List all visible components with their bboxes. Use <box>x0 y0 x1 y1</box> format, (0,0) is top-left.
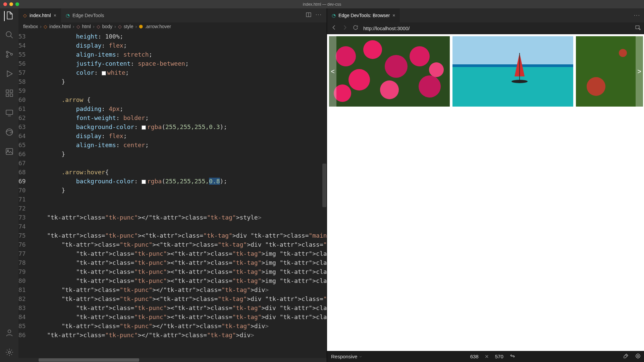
svg-rect-8 <box>6 110 13 114</box>
svg-point-1 <box>6 51 8 53</box>
scrollbar-horizontal[interactable] <box>18 358 327 362</box>
tab-devtools-browser[interactable]: ◔ Edge DevTools: Browser × <box>327 8 400 22</box>
svg-rect-6 <box>6 94 9 97</box>
tab-index-html[interactable]: ◇ index.html × <box>18 8 61 22</box>
breadcrumb[interactable]: flexbox› ◇index.html› ◇html› ◇body› ◇sty… <box>18 22 327 31</box>
browser-toolbar <box>327 22 644 34</box>
svg-rect-5 <box>10 90 13 93</box>
html-file-icon: ◇ <box>23 13 27 18</box>
close-window[interactable] <box>3 2 7 6</box>
devtools-footer: Responsive 638 ✕ 570 <box>327 351 644 362</box>
maximize-window[interactable] <box>15 2 19 6</box>
carousel-prev[interactable]: < <box>329 36 336 107</box>
svg-point-25 <box>429 62 444 77</box>
source-control-icon[interactable] <box>5 50 14 60</box>
reload-icon[interactable] <box>353 24 359 32</box>
svg-point-2 <box>6 56 8 57</box>
target-icon[interactable] <box>635 353 641 360</box>
svg-rect-10 <box>6 148 13 154</box>
svg-point-29 <box>512 80 528 83</box>
preview-image-poppy <box>576 36 643 107</box>
tab-edge-devtools[interactable]: ◔ Edge DevTools <box>61 8 109 22</box>
inspect-icon[interactable] <box>635 24 641 32</box>
svg-point-22 <box>380 80 399 99</box>
svg-point-13 <box>8 351 10 354</box>
explorer-icon[interactable] <box>4 11 14 21</box>
minimize-window[interactable] <box>9 2 13 6</box>
svg-point-23 <box>419 75 441 98</box>
svg-point-21 <box>410 46 430 66</box>
svg-rect-27 <box>452 66 573 107</box>
close-icon[interactable]: × <box>392 13 395 18</box>
account-icon[interactable] <box>5 328 14 339</box>
viewport-width[interactable]: 638 <box>470 354 479 359</box>
search-icon[interactable] <box>5 31 14 41</box>
image-icon[interactable] <box>5 147 14 157</box>
gear-icon[interactable] <box>5 348 14 358</box>
address-bar[interactable] <box>363 25 630 31</box>
debug-icon[interactable] <box>5 69 14 79</box>
scrollbar-vertical[interactable] <box>322 31 327 358</box>
preview-image-flowers <box>329 36 450 107</box>
preview-image-sailboat <box>452 36 573 107</box>
svg-point-11 <box>7 150 8 151</box>
edge-icon[interactable] <box>5 128 14 138</box>
svg-rect-26 <box>452 36 573 66</box>
more-icon[interactable]: ··· <box>634 12 640 18</box>
viewport-height[interactable]: 570 <box>495 354 503 359</box>
close-icon[interactable]: × <box>54 13 56 18</box>
edge-icon: ◔ <box>66 13 70 18</box>
svg-point-3 <box>10 53 12 55</box>
svg-point-9 <box>6 129 13 135</box>
svg-rect-4 <box>6 90 9 93</box>
browser-preview: < > <box>327 34 644 351</box>
svg-point-18 <box>363 40 382 59</box>
svg-rect-28 <box>452 64 573 67</box>
rotate-icon[interactable] <box>509 353 516 360</box>
tabs-right: ◔ Edge DevTools: Browser × ··· <box>327 8 644 22</box>
devtools-screencast-icon[interactable] <box>5 108 14 118</box>
responsive-mode[interactable]: Responsive <box>331 354 363 359</box>
svg-point-19 <box>385 55 408 78</box>
edge-icon: ◔ <box>332 13 336 18</box>
split-editor-icon[interactable] <box>306 12 312 19</box>
back-icon[interactable] <box>331 24 337 32</box>
svg-point-35 <box>637 355 639 357</box>
forward-icon[interactable] <box>342 24 348 32</box>
svg-rect-33 <box>576 36 643 107</box>
svg-point-12 <box>8 330 11 333</box>
code-editor[interactable]: 5354555657585960616263646566676869707172… <box>18 31 327 358</box>
extensions-icon[interactable] <box>5 89 14 99</box>
svg-rect-7 <box>10 94 13 97</box>
svg-point-34 <box>636 354 640 358</box>
svg-point-17 <box>336 46 356 66</box>
carousel-next[interactable]: > <box>636 36 643 107</box>
svg-point-20 <box>348 69 370 90</box>
svg-point-0 <box>6 32 11 37</box>
activity-bar <box>0 8 18 362</box>
window-title: index.html — dev-css <box>303 2 341 7</box>
more-icon[interactable]: ··· <box>316 12 322 19</box>
eyedropper-icon[interactable] <box>623 353 629 360</box>
tabs-left: ◇ index.html × ◔ Edge DevTools ··· <box>18 8 327 22</box>
